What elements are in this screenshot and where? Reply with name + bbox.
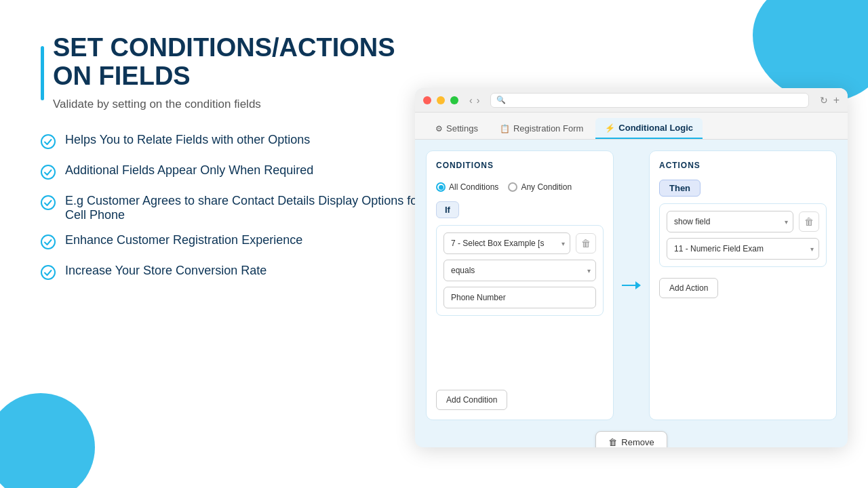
browser-titlebar: ‹ › 🔍 ↻ + [415,88,848,113]
svg-point-2 [41,196,55,209]
arrow-head-icon [635,281,641,289]
svg-point-3 [41,235,55,249]
forward-button[interactable]: › [477,95,480,106]
action-type-select-wrapper: show field ▾ [667,211,793,232]
add-action-button[interactable]: Add Action [659,278,718,298]
check-icon [41,134,56,152]
left-panel: SET CONDITIONS/ACTIONS ON FIELDS Validat… [41,34,427,294]
check-icon [41,235,56,253]
tab-settings[interactable]: ⚙ Settings [426,119,488,138]
radio-any-condition[interactable]: Any Condition [508,182,572,192]
add-condition-button[interactable]: Add Condition [436,390,507,410]
page-title: SET CONDITIONS/ACTIONS ON FIELDS [41,34,427,91]
then-badge: Then [659,180,701,197]
radio-any-circle[interactable] [508,182,517,192]
remove-btn-container: 🗑 Remove [415,431,848,447]
add-tab-button[interactable]: + [833,94,840,106]
conditions-box: CONDITIONS All Conditions Any Condition … [426,150,614,420]
check-icon [41,195,56,214]
address-bar[interactable]: 🔍 [490,93,808,108]
condition-operator-select[interactable]: equals [443,260,596,281]
svg-point-1 [41,165,55,179]
browser-content: CONDITIONS All Conditions Any Condition … [415,140,848,431]
radio-all-conditions[interactable]: All Conditions [436,182,498,192]
list-item: Additional Fields Appear Only When Requi… [41,163,427,183]
page-subtitle: Validate by setting on the condition fie… [41,98,427,111]
settings-icon: ⚙ [435,124,443,134]
if-badge: If [436,201,459,218]
check-icon [41,165,56,183]
svg-point-4 [41,266,55,279]
logic-icon: ⚡ [605,123,615,133]
trash-icon: 🗑 [581,238,591,249]
condition-field-select[interactable]: 7 - Select Box Example [s [443,232,570,254]
feature-list: Helps You to Relate Fields with other Op… [41,133,427,283]
decorative-blob-bottom-left [0,393,95,488]
condition-field-select-wrapper: 7 - Select Box Example [s ▾ [443,232,570,254]
list-item: Helps You to Relate Fields with other Op… [41,133,427,152]
minimize-dot[interactable] [437,96,445,104]
action-delete-button[interactable]: 🗑 [799,211,819,232]
conditions-radio-group: All Conditions Any Condition [436,180,604,195]
back-button[interactable]: ‹ [469,95,473,106]
action-select-row: show field ▾ 🗑 [667,211,819,232]
actions-inner: show field ▾ 🗑 11 - Numeric Field Exam ▾ [659,203,827,267]
decorative-blob-top-right [753,0,868,102]
form-icon: 📋 [500,124,510,134]
arrow-line [622,285,635,286]
action-field-select[interactable]: 11 - Numeric Field Exam [667,238,819,260]
remove-icon: 🗑 [608,437,617,447]
list-item: Enhance Customer Registration Experience [41,233,427,253]
tab-registration-form[interactable]: 📋 Registration Form [490,119,593,138]
arrow-connector [625,150,638,420]
action-type-select[interactable]: show field [667,211,793,232]
check-icon [41,265,56,283]
conditions-title: CONDITIONS [436,161,604,170]
browser-tabs: ⚙ Settings 📋 Registration Form ⚡ Conditi… [415,113,848,140]
condition-select-row-1: 7 - Select Box Example [s ▾ 🗑 [443,232,596,254]
actions-box: ACTIONS Then show field ▾ 🗑 [649,150,837,420]
radio-all-circle[interactable] [436,182,446,192]
action-field-select-wrapper: 11 - Numeric Field Exam ▾ [667,238,819,260]
condition-operator-wrapper: equals ▾ [443,260,596,281]
tab-conditional-logic[interactable]: ⚡ Conditional Logic [595,118,703,139]
reload-button[interactable]: ↻ [820,95,828,106]
address-text: 🔍 [496,96,506,104]
close-dot[interactable] [423,96,431,104]
browser-window: ‹ › 🔍 ↻ + ⚙ Settings 📋 Registration Form… [415,88,848,447]
condition-delete-button[interactable]: 🗑 [576,233,596,253]
list-item: E.g Customer Agrees to share Contact Det… [41,194,427,222]
svg-point-0 [41,135,55,148]
accent-bar [41,46,44,100]
actions-title: ACTIONS [659,161,827,170]
condition-value-input[interactable] [443,287,596,308]
trash-icon-2: 🗑 [804,216,814,227]
list-item: Increase Your Store Conversion Rate [41,264,427,283]
conditions-inner: 7 - Select Box Example [s ▾ 🗑 equals ▾ [436,225,604,316]
maximize-dot[interactable] [450,96,458,104]
browser-nav: ‹ › [469,95,479,106]
remove-button[interactable]: 🗑 Remove [595,431,667,447]
